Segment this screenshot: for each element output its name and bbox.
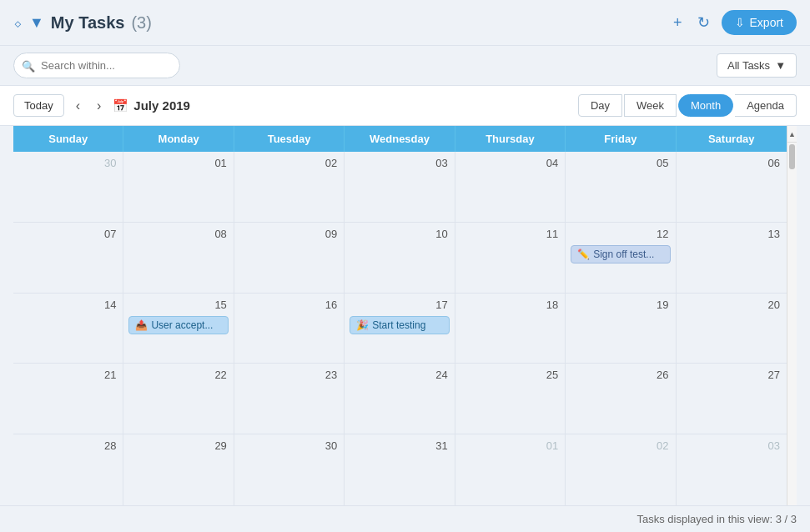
- day-number: 08: [128, 226, 228, 242]
- view-month-button[interactable]: Month: [678, 94, 733, 117]
- header-sunday: Sunday: [13, 126, 123, 152]
- day-number: 06: [682, 155, 782, 171]
- footer-status: Tasks displayed in this view: 3 / 3: [637, 513, 797, 525]
- task-label: Sign off test...: [593, 248, 654, 260]
- calendar-header: Sunday Monday Tuesday Wednesday Thursday…: [13, 126, 787, 152]
- cell-jul14: 14: [13, 294, 123, 364]
- export-icon: ⇩: [735, 16, 745, 29]
- day-number: 02: [239, 155, 339, 171]
- day-number: 26: [571, 367, 670, 383]
- cell-jul26: 26: [566, 364, 676, 434]
- refresh-button[interactable]: ↻: [694, 10, 713, 35]
- all-tasks-label: All Tasks: [727, 59, 770, 72]
- scroll-up-button[interactable]: ▲: [787, 126, 797, 143]
- day-number: 03: [682, 438, 782, 454]
- cell-jul12: 12 ✏️ Sign off test...: [566, 223, 676, 293]
- funnel-icon: ▼: [29, 14, 44, 32]
- cell-aug01: 01: [455, 434, 566, 505]
- cell-jul28: 28: [13, 434, 123, 505]
- calendar-body: 30 01 02 03 04 05 06 07 08 09 10 11 12: [13, 152, 787, 505]
- header-wednesday: Wednesday: [345, 126, 455, 152]
- add-button[interactable]: +: [670, 11, 686, 35]
- day-number: 21: [18, 367, 118, 383]
- scroll-thumb[interactable]: [789, 144, 795, 169]
- task-icon: 🎉: [356, 319, 369, 331]
- day-number: 07: [18, 226, 118, 242]
- day-number: 12: [571, 226, 670, 242]
- month-year-label: July 2019: [133, 98, 190, 113]
- today-button[interactable]: Today: [13, 94, 64, 117]
- dropdown-icon: ▼: [775, 59, 786, 72]
- cell-jul18: 18: [455, 294, 566, 364]
- task-user-accept[interactable]: 📤 User accept...: [128, 316, 228, 334]
- day-number: 14: [18, 297, 118, 313]
- day-number: 31: [350, 438, 449, 454]
- header-title-area: ⬦ ▼ My Tasks (3): [13, 13, 670, 33]
- day-number: 10: [350, 226, 449, 242]
- cell-jul15: 15 📤 User accept...: [123, 294, 234, 364]
- day-number: 11: [460, 226, 560, 242]
- calendar-area: Sunday Monday Tuesday Wednesday Thursday…: [13, 126, 797, 505]
- cal-toolbar-left: Today ‹ › 📅 July 2019: [13, 94, 578, 117]
- day-number: 22: [128, 367, 228, 383]
- cell-jul04: 04: [455, 152, 566, 222]
- header-monday: Monday: [123, 126, 234, 152]
- day-number: 23: [239, 367, 339, 383]
- day-number: 09: [239, 226, 339, 242]
- view-week-button[interactable]: Week: [624, 94, 677, 117]
- cell-jul10: 10: [345, 223, 455, 293]
- cell-aug03: 03: [677, 434, 787, 505]
- search-input[interactable]: [13, 53, 180, 78]
- cell-jul03: 03: [345, 152, 455, 222]
- cell-jul08: 08: [123, 223, 234, 293]
- search-bar-row: 🔍 All Tasks ▼: [0, 46, 810, 85]
- cell-jul01: 01: [123, 152, 234, 222]
- filter-icon: ⬦: [13, 14, 23, 32]
- calendar-toolbar: Today ‹ › 📅 July 2019 Day Week Month Age…: [0, 85, 810, 126]
- header-friday: Friday: [566, 126, 676, 152]
- day-number: 01: [128, 155, 228, 171]
- day-number: 19: [571, 297, 670, 313]
- header-tuesday: Tuesday: [234, 126, 345, 152]
- cell-jul02: 02: [234, 152, 345, 222]
- cell-jul25: 25: [455, 364, 566, 434]
- header: ⬦ ▼ My Tasks (3) + ↻ ⇩ Export: [0, 0, 810, 46]
- task-sign-off[interactable]: ✏️ Sign off test...: [571, 245, 670, 263]
- search-icon: 🔍: [22, 59, 35, 72]
- page-title: My Tasks: [51, 13, 125, 33]
- cell-jul23: 23: [234, 364, 345, 434]
- cell-jul13: 13: [677, 223, 787, 293]
- day-number: 02: [571, 438, 670, 454]
- cell-jul24: 24: [345, 364, 455, 434]
- cell-jun30: 30: [13, 152, 123, 222]
- week-1: 30 01 02 03 04 05 06: [13, 152, 787, 223]
- day-number: 30: [239, 438, 339, 454]
- day-number: 04: [460, 155, 560, 171]
- task-start-testing[interactable]: 🎉 Start testing: [350, 316, 449, 334]
- all-tasks-dropdown[interactable]: All Tasks ▼: [717, 53, 797, 78]
- export-label: Export: [750, 16, 783, 29]
- prev-button[interactable]: ‹: [71, 95, 85, 117]
- view-agenda-button[interactable]: Agenda: [735, 94, 797, 117]
- day-number: 17: [350, 297, 449, 313]
- day-number: 20: [682, 297, 782, 313]
- task-icon: 📤: [135, 319, 148, 331]
- cell-jul22: 22: [123, 364, 234, 434]
- week-5: 28 29 30 31 01 02 03: [13, 434, 787, 505]
- scrollbar[interactable]: ▲: [787, 126, 797, 505]
- export-button[interactable]: ⇩ Export: [722, 10, 797, 35]
- cell-jul29: 29: [123, 434, 234, 505]
- view-day-button[interactable]: Day: [578, 94, 622, 117]
- footer: Tasks displayed in this view: 3 / 3: [0, 505, 810, 532]
- cell-jul07: 07: [13, 223, 123, 293]
- cell-jul21: 21: [13, 364, 123, 434]
- day-number: 13: [682, 226, 782, 242]
- view-buttons: Day Week Month Agenda: [578, 94, 797, 117]
- next-button[interactable]: ›: [92, 95, 106, 117]
- task-icon: ✏️: [577, 248, 590, 260]
- cell-jul17: 17 🎉 Start testing: [345, 294, 455, 364]
- calendar-title: 📅 July 2019: [113, 98, 190, 113]
- day-number: 25: [460, 367, 560, 383]
- day-number: 28: [18, 438, 118, 454]
- day-number: 16: [239, 297, 339, 313]
